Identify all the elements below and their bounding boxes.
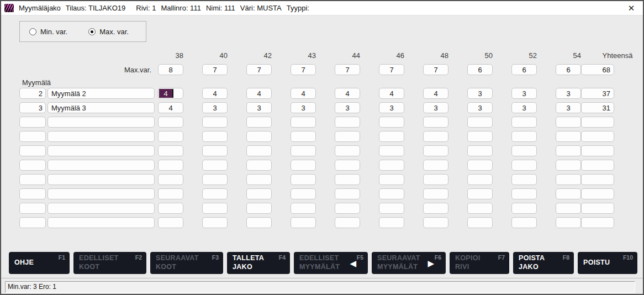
size-cell[interactable] bbox=[423, 160, 448, 171]
size-cell[interactable]: 3 bbox=[379, 102, 404, 113]
size-cell[interactable]: 4 bbox=[335, 88, 360, 99]
store-name-field[interactable] bbox=[47, 217, 155, 228]
size-cell[interactable] bbox=[556, 203, 581, 214]
size-cell[interactable] bbox=[423, 203, 448, 214]
size-cell[interactable] bbox=[423, 117, 448, 128]
size-cell[interactable] bbox=[511, 203, 537, 214]
store-id-field[interactable] bbox=[19, 188, 46, 199]
store-name-field[interactable] bbox=[47, 174, 155, 185]
size-cell[interactable] bbox=[291, 131, 316, 142]
size-cell[interactable] bbox=[467, 160, 493, 171]
size-cell[interactable] bbox=[291, 145, 316, 156]
store-name-field[interactable] bbox=[47, 131, 155, 142]
radio-option[interactable]: Max. var. bbox=[88, 28, 129, 36]
size-cell[interactable] bbox=[158, 160, 183, 171]
toolbar-button[interactable]: TALLETA JAKO F4 bbox=[227, 252, 290, 274]
size-cell[interactable] bbox=[423, 217, 448, 228]
toolbar-button[interactable]: KOPIOI RIVI F7 bbox=[450, 252, 509, 274]
size-cell[interactable]: 3 bbox=[291, 102, 316, 113]
radio-option[interactable]: Min. var. bbox=[29, 28, 67, 36]
size-cell[interactable] bbox=[158, 145, 183, 156]
size-cell[interactable] bbox=[556, 174, 581, 185]
size-cell[interactable] bbox=[246, 188, 272, 199]
size-cell[interactable] bbox=[423, 131, 448, 142]
store-id-field[interactable]: 3 bbox=[19, 102, 46, 113]
size-cell[interactable] bbox=[158, 188, 183, 199]
size-cell[interactable] bbox=[246, 160, 272, 171]
size-cell[interactable] bbox=[379, 203, 404, 214]
size-cell[interactable] bbox=[556, 160, 581, 171]
size-cell[interactable]: 3 bbox=[246, 102, 272, 113]
store-id-field[interactable]: 2 bbox=[19, 88, 46, 99]
size-cell[interactable] bbox=[556, 117, 581, 128]
size-cell[interactable] bbox=[158, 117, 183, 128]
size-cell[interactable]: 4 bbox=[423, 88, 448, 99]
maxvar-cell[interactable]: 8 bbox=[158, 64, 183, 75]
size-cell[interactable]: 3 bbox=[556, 102, 581, 113]
toolbar-button[interactable]: OHJE F1 bbox=[9, 252, 70, 274]
size-cell[interactable] bbox=[335, 131, 360, 142]
store-name-field[interactable] bbox=[47, 117, 155, 128]
size-cell[interactable] bbox=[291, 160, 316, 171]
size-cell[interactable]: 3 bbox=[202, 102, 228, 113]
size-cell[interactable] bbox=[246, 117, 272, 128]
size-cell[interactable] bbox=[246, 174, 272, 185]
maxvar-cell[interactable]: 7 bbox=[335, 64, 360, 75]
toolbar-button[interactable]: SEURAAVAT KOOT F3 bbox=[150, 252, 223, 274]
size-cell[interactable] bbox=[158, 217, 183, 228]
size-cell[interactable] bbox=[423, 174, 448, 185]
size-cell[interactable] bbox=[379, 188, 404, 199]
size-cell[interactable]: 4 bbox=[158, 88, 183, 99]
close-button[interactable]: ✕ bbox=[625, 2, 637, 14]
size-cell[interactable] bbox=[335, 188, 360, 199]
maxvar-cell[interactable]: 7 bbox=[202, 64, 228, 75]
size-cell[interactable] bbox=[379, 145, 404, 156]
size-cell[interactable]: 3 bbox=[511, 88, 537, 99]
store-name-field[interactable] bbox=[47, 145, 155, 156]
size-cell[interactable] bbox=[202, 174, 228, 185]
size-cell[interactable]: 4 bbox=[379, 88, 404, 99]
size-cell[interactable] bbox=[511, 145, 537, 156]
store-id-field[interactable] bbox=[19, 117, 46, 128]
size-cell[interactable] bbox=[246, 145, 272, 156]
maxvar-cell[interactable]: 6 bbox=[556, 64, 581, 75]
size-cell[interactable] bbox=[291, 174, 316, 185]
size-cell[interactable]: 3 bbox=[556, 88, 581, 99]
size-cell[interactable]: 4 bbox=[202, 88, 228, 99]
size-cell[interactable] bbox=[335, 174, 360, 185]
size-cell[interactable] bbox=[379, 217, 404, 228]
store-id-field[interactable] bbox=[19, 203, 46, 214]
size-cell[interactable] bbox=[423, 188, 448, 199]
store-name-field[interactable] bbox=[47, 203, 155, 214]
toolbar-button[interactable]: EDELLISET MYYMÄLÄT F5 ◀ bbox=[294, 252, 368, 274]
size-cell[interactable] bbox=[335, 145, 360, 156]
toolbar-button[interactable]: EDELLISET KOOT F2 bbox=[73, 252, 146, 274]
size-cell[interactable] bbox=[511, 160, 537, 171]
size-cell[interactable] bbox=[202, 160, 228, 171]
store-id-field[interactable] bbox=[19, 174, 46, 185]
toolbar-button[interactable]: SEURAAVAT MYYMÄLÄT F6 ▶ bbox=[372, 252, 446, 274]
size-cell[interactable] bbox=[291, 188, 316, 199]
maxvar-cell[interactable]: 7 bbox=[423, 64, 448, 75]
size-cell[interactable] bbox=[379, 117, 404, 128]
toolbar-button[interactable]: POISTA JAKO F8 bbox=[513, 252, 574, 274]
size-cell[interactable] bbox=[467, 117, 493, 128]
size-cell[interactable]: 4 bbox=[246, 88, 272, 99]
maxvar-cell[interactable]: 6 bbox=[511, 64, 537, 75]
size-cell[interactable]: 4 bbox=[158, 102, 183, 113]
size-cell[interactable] bbox=[467, 145, 493, 156]
size-cell[interactable]: 3 bbox=[423, 102, 448, 113]
size-cell[interactable] bbox=[467, 203, 493, 214]
store-id-field[interactable] bbox=[19, 217, 46, 228]
size-cell[interactable] bbox=[511, 131, 537, 142]
size-cell[interactable] bbox=[379, 174, 404, 185]
size-cell[interactable] bbox=[467, 188, 493, 199]
size-cell[interactable] bbox=[158, 131, 183, 142]
size-cell[interactable] bbox=[556, 145, 581, 156]
store-name-field[interactable] bbox=[47, 160, 155, 171]
size-cell[interactable] bbox=[335, 117, 360, 128]
size-cell[interactable] bbox=[202, 131, 228, 142]
store-id-field[interactable] bbox=[19, 131, 46, 142]
size-cell[interactable] bbox=[246, 217, 272, 228]
size-cell[interactable] bbox=[423, 145, 448, 156]
